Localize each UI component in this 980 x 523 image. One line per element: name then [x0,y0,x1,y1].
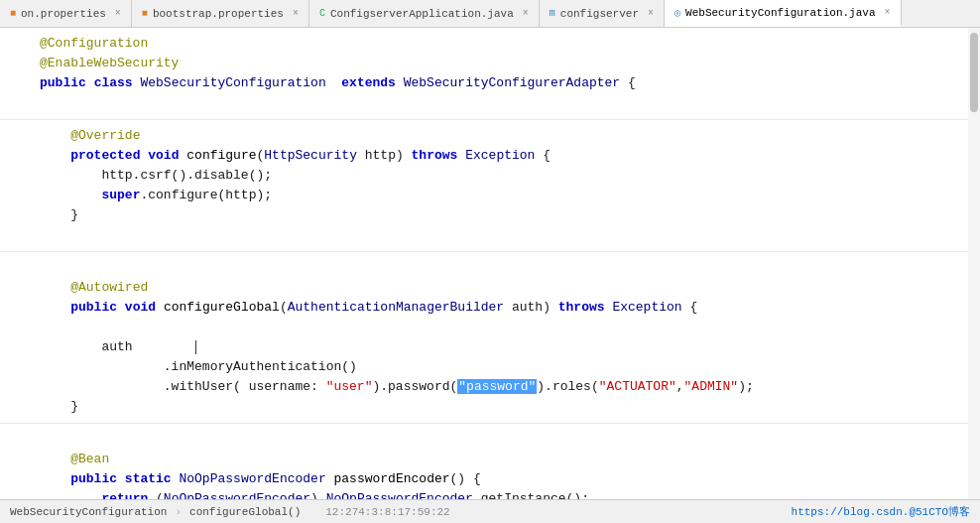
tab-bootstrap-properties[interactable]: ■ bootstrap.properties × [132,0,309,27]
tab-label: configserver [560,8,639,20]
scrollbar-thumb[interactable] [970,33,978,112]
tab-label: on.properties [21,8,106,20]
tab-label: ConfigserverApplication.java [330,8,514,20]
breadcrumb-separator: › [175,506,182,518]
code-line [0,93,980,113]
close-icon[interactable]: × [523,8,529,19]
code-block-4: @Bean public static NoOpPasswordEncoder … [0,424,980,499]
blog-link[interactable]: https://blog.csdn.@51CTO博客 [792,504,970,519]
java-icon: ◎ [674,7,680,19]
code-line: .inMemoryAuthentication() [0,357,980,377]
breadcrumb: WebSecurityConfiguration › configureGlob… [10,506,450,518]
tab-configserver[interactable]: m configserver × [540,0,665,27]
module-icon: m [550,8,555,19]
code-block-2: @Override protected void configure(HttpS… [0,120,980,252]
code-line: @Configuration [0,34,980,54]
code-line: @EnableWebSecurity [0,54,980,73]
line-col-info: 12:274:3:8:17:59:22 [325,506,449,518]
tab-websecurity-configuration[interactable]: ◎ WebSecurityConfiguration.java × [665,0,901,27]
code-line: super.configure(http); [0,186,980,205]
close-icon[interactable]: × [648,8,654,19]
code-line: } [0,397,980,417]
code-line [0,225,980,245]
tab-label: WebSecurityConfiguration.java [685,7,875,19]
close-icon[interactable]: × [115,8,121,19]
code-line: protected void configure(HttpSecurity ht… [0,146,980,166]
code-line: @Override [0,126,980,146]
code-line [0,430,980,450]
file-icon: ■ [142,8,148,19]
code-line: public void configureGlobal(Authenticati… [0,298,980,318]
code-line [0,318,980,337]
file-icon: ■ [10,8,16,19]
code-block-1: @Configuration @EnableWebSecurity public… [0,28,980,120]
code-line: public class WebSecurityConfiguration ex… [0,73,980,93]
code-block-3: @Autowired public void configureGlobal(A… [0,252,980,424]
tab-configserver-application[interactable]: C ConfigserverApplication.java × [309,0,540,27]
breadcrumb-method: configureGlobal() [189,506,301,518]
code-line: public static NoOpPasswordEncoder passwo… [0,469,980,489]
code-line: @Autowired [0,278,980,298]
code-line: return (NoOpPasswordEncoder) NoOpPasswor… [0,489,980,499]
code-line: .withUser( username: "user").password("p… [0,377,980,397]
code-editor[interactable]: @Configuration @EnableWebSecurity public… [0,28,980,499]
status-bar: WebSecurityConfiguration › configureGlob… [0,499,980,523]
editor-container: ■ on.properties × ■ bootstrap.properties… [0,0,980,523]
code-line: http.csrf().disable(); [0,166,980,186]
close-icon[interactable]: × [885,7,891,18]
breadcrumb-class: WebSecurityConfiguration [10,506,167,518]
close-icon[interactable]: × [293,8,299,19]
tab-bar: ■ on.properties × ■ bootstrap.properties… [0,0,980,28]
scrollbar[interactable] [968,28,980,499]
tab-on-properties[interactable]: ■ on.properties × [0,0,132,27]
code-line: auth [0,337,980,357]
tab-label: bootstrap.properties [153,8,284,20]
code-line [0,258,980,278]
java-icon: C [319,8,325,19]
code-line: @Bean [0,450,980,469]
code-line: } [0,205,980,225]
